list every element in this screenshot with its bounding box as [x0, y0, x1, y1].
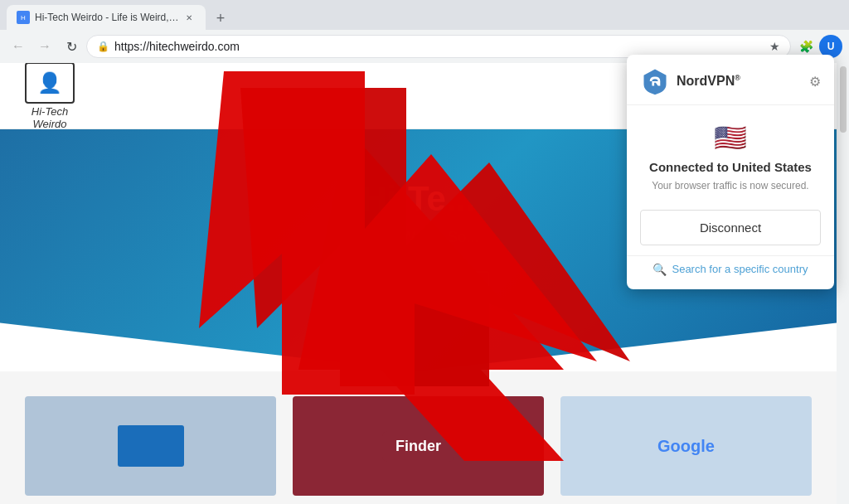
lock-icon: 🔒	[97, 41, 109, 52]
logo-text: Hi-Tech Weirdo	[32, 105, 68, 130]
back-button[interactable]: ←	[7, 35, 30, 58]
nordvpn-name: NordVPN®	[677, 74, 740, 89]
browser-chrome: H Hi-Tech Weirdo - Life is Weird, S... ✕…	[0, 0, 849, 63]
article-card-1	[25, 396, 276, 496]
new-tab-button[interactable]: +	[209, 7, 232, 30]
search-country-icon: 🔍	[653, 263, 667, 276]
tab-title: Hi-Tech Weirdo - Life is Weird, S...	[35, 12, 179, 23]
tab-favicon: H	[17, 11, 30, 24]
forward-button[interactable]: →	[33, 35, 56, 58]
hero-button[interactable]: View Our Article...	[347, 271, 489, 305]
nordvpn-logo-icon	[640, 66, 670, 96]
tab-close-button[interactable]: ✕	[182, 11, 196, 24]
browser-tab[interactable]: H Hi-Tech Weirdo - Life is Weird, S... ✕	[7, 5, 206, 30]
scrollbar-thumb[interactable]	[840, 66, 847, 133]
finder-badge: Finder	[382, 431, 454, 462]
us-flag-icon: 🇺🇸	[640, 122, 821, 153]
nordvpn-settings-button[interactable]: ⚙	[809, 74, 821, 90]
article-card-3: Google	[560, 396, 812, 496]
nordvpn-body: 🇺🇸 Connected to United States Your brows…	[627, 105, 834, 210]
url-text: https://hitechweirdo.com	[114, 40, 764, 53]
tab-bar: H Hi-Tech Weirdo - Life is Weird, S... ✕…	[0, 0, 849, 30]
site-logo: 👤 Hi-Tech Weirdo	[25, 63, 75, 130]
nordvpn-logo: NordVPN®	[640, 66, 740, 96]
scrollbar[interactable]	[837, 63, 849, 504]
secured-text: Your browser traffic is now secured.	[640, 179, 821, 193]
disconnect-button[interactable]: Disconnect	[640, 210, 821, 245]
search-country[interactable]: 🔍 Search for a specific country	[627, 255, 834, 289]
bookmark-icon[interactable]: ★	[769, 40, 780, 53]
logo-icon: 👤	[25, 63, 75, 104]
articles-section: Finder Google	[0, 371, 837, 504]
nordvpn-popup: NordVPN® ⚙ 🇺🇸 Connected to United States…	[627, 55, 834, 289]
reload-button[interactable]: ↻	[60, 35, 83, 58]
connected-text: Connected to United States	[640, 160, 821, 174]
article-card-2: Finder	[293, 396, 544, 496]
nordvpn-header: NordVPN® ⚙	[627, 55, 834, 105]
search-country-label: Search for a specific country	[672, 263, 808, 275]
